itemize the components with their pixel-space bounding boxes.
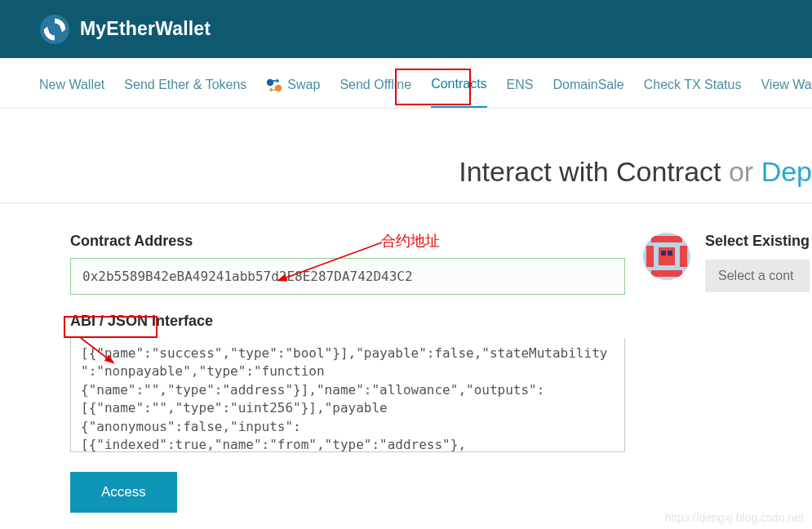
svg-rect-9 — [659, 247, 675, 265]
title-or: or — [721, 156, 761, 187]
nav-check-tx[interactable]: Check TX Status — [644, 78, 742, 107]
nav-contracts[interactable]: Contracts — [431, 77, 486, 108]
svg-rect-11 — [668, 251, 672, 256]
nav-send-ether[interactable]: Send Ether & Tokens — [124, 78, 246, 107]
brand-logo[interactable]: MyEtherWallet — [39, 14, 211, 45]
title-deploy-link[interactable]: Dep — [761, 156, 812, 187]
content-area: Contract Address ABI / JSON Interface [{… — [0, 203, 812, 513]
abi-label: ABI / JSON Interface — [70, 313, 625, 330]
main-nav: New Wallet Send Ether & Tokens Swap Send… — [0, 58, 812, 109]
contract-address-input[interactable] — [70, 258, 625, 295]
nav-send-offline[interactable]: Send Offline — [339, 78, 411, 107]
nav-swap[interactable]: Swap — [266, 78, 320, 107]
watermark-text: https://dengxj.blog.csdn.net — [665, 511, 804, 524]
page-title: Interact with Contract or Dep — [0, 125, 812, 203]
select-existing-block: Select Existing Select a cont — [705, 233, 810, 292]
svg-rect-12 — [651, 270, 682, 277]
svg-point-3 — [267, 78, 273, 85]
nav-swap-label: Swap — [287, 78, 320, 92]
side-column: Select Existing Select a cont — [643, 233, 810, 513]
svg-rect-10 — [661, 251, 666, 256]
svg-rect-8 — [680, 246, 687, 267]
form-column: Contract Address ABI / JSON Interface [{… — [70, 233, 625, 513]
svg-rect-7 — [646, 246, 654, 267]
abi-textarea[interactable]: [{"name":"success","type":"bool"}],"paya… — [70, 338, 625, 452]
brand-name: MyEtherWallet — [80, 18, 211, 40]
address-label: Contract Address — [70, 233, 625, 250]
title-main: Interact with Contract — [459, 156, 721, 187]
nav-domainsale[interactable]: DomainSale — [553, 78, 624, 107]
svg-point-4 — [275, 84, 282, 91]
access-button[interactable]: Access — [70, 472, 177, 513]
identicon-icon — [643, 233, 690, 280]
svg-rect-6 — [651, 236, 682, 242]
mew-logo-icon — [39, 14, 70, 45]
nav-ens[interactable]: ENS — [507, 78, 534, 107]
swap-icon — [266, 78, 282, 92]
nav-view-wallet[interactable]: View Wallet Info — [761, 78, 812, 107]
nav-new-wallet[interactable]: New Wallet — [39, 78, 104, 107]
select-existing-label: Select Existing — [705, 233, 810, 250]
select-existing-dropdown[interactable]: Select a cont — [705, 260, 810, 292]
app-header: MyEtherWallet — [0, 0, 812, 58]
